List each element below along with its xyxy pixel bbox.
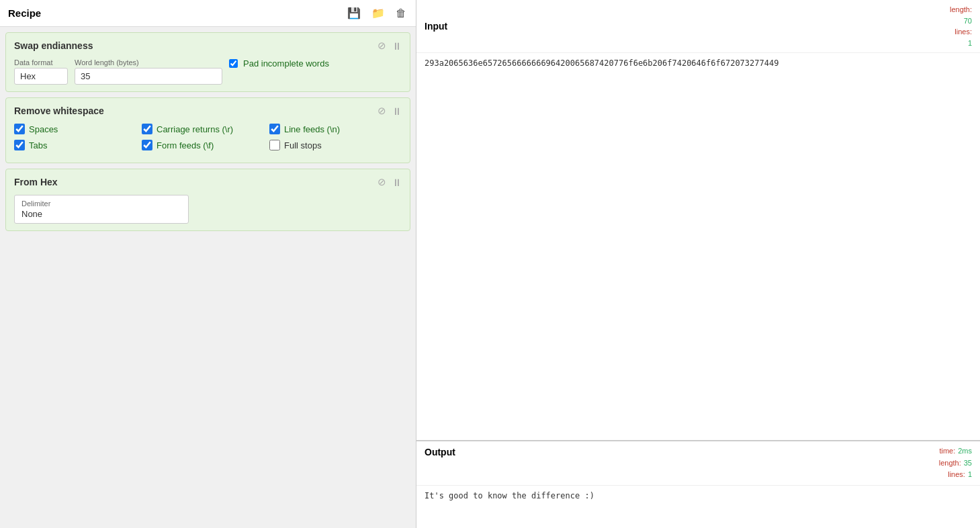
delimiter-field: Delimiter None bbox=[14, 195, 402, 224]
input-length-row: length: 70 bbox=[950, 4, 972, 26]
form-feeds-item: Form feeds (\f) bbox=[142, 140, 249, 150]
from-hex-pause-icon[interactable]: ⏸ bbox=[392, 177, 402, 188]
whitespace-row-1: Spaces Carriage returns (\r) Line feeds … bbox=[14, 124, 402, 134]
word-length-field: Word length (bytes) 35 bbox=[75, 58, 222, 85]
pad-incomplete-checkbox[interactable] bbox=[229, 59, 238, 68]
delimiter-value: None bbox=[21, 209, 181, 219]
input-text: 293a2065636e6572656666666964200656874207… bbox=[425, 58, 778, 68]
line-feeds-item: Line feeds (\n) bbox=[269, 124, 377, 134]
tabs-checkbox[interactable] bbox=[14, 140, 25, 150]
remove-whitespace-block: Remove whitespace ⊘ ⏸ Spaces Carriage re… bbox=[5, 97, 410, 163]
word-length-value: 35 bbox=[81, 71, 90, 81]
swap-endianness-controls: ⊘ ⏸ bbox=[377, 40, 402, 52]
from-hex-header: From Hex ⊘ ⏸ bbox=[14, 176, 402, 188]
carriage-returns-label: Carriage returns (\r) bbox=[157, 124, 233, 134]
data-format-value: Hex bbox=[20, 71, 36, 81]
input-header: Input length: 70 lines: 1 bbox=[416, 0, 980, 53]
from-hex-disable-icon[interactable]: ⊘ bbox=[377, 176, 386, 188]
recipe-header: Recipe 💾 📁 🗑 bbox=[0, 0, 416, 27]
data-format-field: Data format Hex bbox=[14, 58, 68, 85]
output-time-value: 2ms bbox=[958, 445, 972, 457]
output-title: Output bbox=[425, 445, 939, 457]
swap-endianness-block: Swap endianness ⊘ ⏸ Data format Hex Word… bbox=[5, 32, 410, 92]
recipe-toolbar: 💾 📁 🗑 bbox=[346, 5, 408, 21]
line-feeds-checkbox[interactable] bbox=[269, 124, 280, 134]
form-feeds-checkbox[interactable] bbox=[142, 140, 152, 150]
form-feeds-label: Form feeds (\f) bbox=[157, 140, 214, 150]
remove-whitespace-header: Remove whitespace ⊘ ⏸ bbox=[14, 105, 402, 117]
remove-whitespace-pause-icon[interactable]: ⏸ bbox=[392, 105, 402, 117]
tabs-label: Tabs bbox=[29, 140, 47, 150]
swap-endianness-title: Swap endianness bbox=[14, 40, 377, 51]
swap-endianness-disable-icon[interactable]: ⊘ bbox=[377, 40, 386, 52]
output-meta: time: 2ms length: 35 lines: 1 bbox=[939, 445, 972, 481]
input-length-value: 70 bbox=[950, 15, 972, 27]
output-lines-value: 1 bbox=[968, 469, 972, 481]
full-stops-item: Full stops bbox=[269, 140, 377, 150]
spaces-checkbox[interactable] bbox=[14, 124, 25, 134]
word-length-label: Word length (bytes) bbox=[75, 58, 222, 67]
input-title: Input bbox=[425, 21, 950, 32]
pad-incomplete-label: Pad incomplete words bbox=[243, 58, 329, 69]
remove-whitespace-disable-icon[interactable]: ⊘ bbox=[377, 105, 386, 117]
input-lines-value: 1 bbox=[950, 38, 972, 49]
data-format-label: Data format bbox=[14, 58, 68, 67]
carriage-returns-item: Carriage returns (\r) bbox=[142, 124, 249, 134]
save-button[interactable]: 💾 bbox=[346, 5, 362, 21]
pad-incomplete-row: Pad incomplete words bbox=[229, 58, 329, 69]
word-length-value-box[interactable]: 35 bbox=[75, 68, 222, 85]
from-hex-title: From Hex bbox=[14, 177, 377, 187]
swap-endianness-fields: Data format Hex Word length (bytes) 35 P… bbox=[14, 58, 402, 85]
input-lines-row: lines: 1 bbox=[950, 26, 972, 48]
output-length-row: length: 35 bbox=[939, 457, 972, 470]
carriage-returns-checkbox[interactable] bbox=[142, 124, 152, 134]
swap-endianness-pause-icon[interactable]: ⏸ bbox=[392, 40, 402, 52]
tabs-item: Tabs bbox=[14, 140, 122, 150]
from-hex-controls: ⊘ ⏸ bbox=[377, 176, 402, 188]
line-feeds-label: Line feeds (\n) bbox=[284, 124, 340, 134]
output-header: Output time: 2ms length: 35 lines: 1 bbox=[416, 441, 980, 486]
input-length-label: length: bbox=[950, 4, 972, 15]
remove-whitespace-controls: ⊘ ⏸ bbox=[377, 105, 402, 117]
input-lines-label: lines: bbox=[950, 26, 972, 38]
right-panel: Input length: 70 lines: 1 293a2065636e65… bbox=[416, 0, 980, 528]
left-panel: Recipe 💾 📁 🗑 Swap endianness ⊘ ⏸ Data fo… bbox=[0, 0, 416, 528]
input-section: Input length: 70 lines: 1 293a2065636e65… bbox=[416, 0, 980, 441]
recipe-title: Recipe bbox=[8, 7, 346, 19]
spaces-item: Spaces bbox=[14, 124, 122, 134]
input-content[interactable]: 293a2065636e6572656666666964200656874207… bbox=[416, 53, 980, 440]
recipe-body: Swap endianness ⊘ ⏸ Data format Hex Word… bbox=[0, 27, 416, 528]
load-button[interactable]: 📁 bbox=[370, 5, 386, 21]
spaces-label: Spaces bbox=[29, 124, 58, 134]
output-length-label: length: bbox=[939, 457, 961, 470]
delete-button[interactable]: 🗑 bbox=[394, 6, 408, 21]
output-content[interactable]: It's good to know the difference :) bbox=[416, 486, 980, 528]
output-lines-label: lines: bbox=[948, 469, 965, 481]
input-meta: length: 70 lines: 1 bbox=[950, 4, 972, 48]
whitespace-row-2: Tabs Form feeds (\f) Full stops bbox=[14, 140, 402, 150]
swap-endianness-header: Swap endianness ⊘ ⏸ bbox=[14, 40, 402, 52]
output-length-value: 35 bbox=[964, 457, 972, 470]
output-time-row: time: 2ms bbox=[939, 445, 972, 457]
full-stops-checkbox[interactable] bbox=[269, 140, 280, 150]
delimiter-label: Delimiter bbox=[21, 200, 181, 208]
data-format-value-box[interactable]: Hex bbox=[14, 68, 68, 85]
output-text: It's good to know the difference :) bbox=[425, 491, 594, 500]
output-section: Output time: 2ms length: 35 lines: 1 It'… bbox=[416, 441, 980, 528]
output-time-label: time: bbox=[939, 445, 955, 457]
from-hex-block: From Hex ⊘ ⏸ Delimiter None bbox=[5, 169, 410, 231]
remove-whitespace-title: Remove whitespace bbox=[14, 105, 377, 116]
full-stops-label: Full stops bbox=[284, 140, 322, 150]
output-lines-row: lines: 1 bbox=[939, 469, 972, 481]
